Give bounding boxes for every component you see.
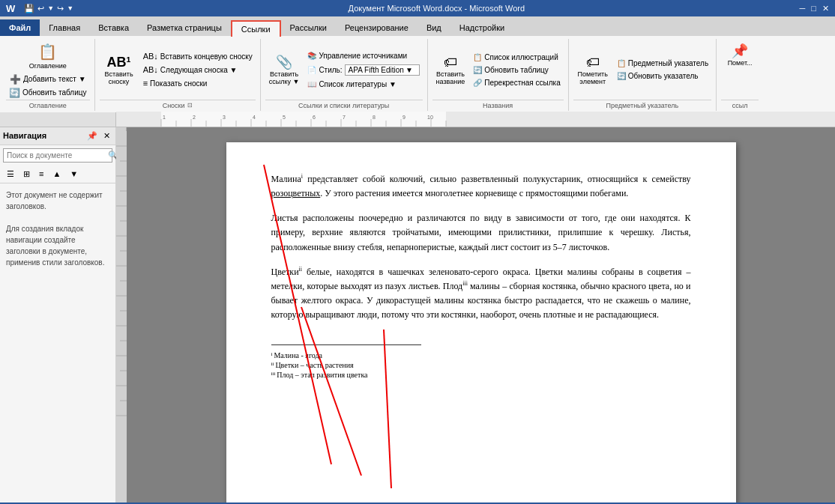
svg-text:8: 8 (373, 115, 376, 120)
close-button[interactable]: ✕ (822, 4, 829, 13)
svg-text:10: 10 (427, 115, 433, 120)
app-icon: W (6, 3, 15, 14)
next-footnote-icon: AB↓ (143, 65, 158, 74)
ribbon-content: 📋 Оглавление ➕ Добавить текст ▼ 🔄 Обнови… (0, 36, 835, 112)
figures-icon: 📋 (473, 53, 482, 61)
nav-tab-up[interactable]: ▲ (49, 167, 64, 181)
title-bar: W 💾 ↩ ▼ ↪ ▼ Документ Microsoft Word.docx… (0, 0, 835, 16)
vertical-ruler (116, 127, 127, 503)
document-page[interactable]: Малинаi представляет собой колючий, силь… (226, 142, 736, 503)
navigation-pane: Навигация 📌 ✕ 🔍 ☰ ⊞ ≡ ▲ ▼ Этот документ … (0, 127, 116, 503)
group-index: 🏷 Пометитьэлемент 📋 Предметный указатель… (569, 39, 717, 111)
btn-mark-entry[interactable]: 🏷 Пометитьэлемент (573, 40, 612, 100)
svg-text:1: 1 (163, 115, 166, 120)
search-input[interactable] (4, 150, 105, 161)
svg-text:9: 9 (403, 115, 406, 120)
citation-style-dropdown[interactable]: APA Fifth Edition ▼ (345, 64, 420, 76)
tab-references[interactable]: Ссылки (231, 20, 281, 37)
paragraph-3: Цветкиii белые, находятся в чашечках зел… (271, 265, 691, 323)
nav-tab-results[interactable]: ≡ (35, 167, 47, 181)
quick-more[interactable]: ▼ (67, 4, 73, 12)
btn-cross-reference[interactable]: 🔗 Перекрестная ссылка (470, 77, 563, 88)
group-captions: 🏷 Вставитьназвание 📋 Список иллюстраций … (428, 39, 569, 111)
svg-text:2: 2 (193, 115, 196, 120)
btn-show-footnotes[interactable]: ≡ Показать сноски (140, 77, 256, 89)
tab-review[interactable]: Рецензирование (336, 19, 417, 36)
btn-insert-index[interactable]: 📋 Предметный указатель (614, 58, 711, 69)
nav-pane-pin[interactable]: 📌 (85, 130, 100, 142)
tab-addins[interactable]: Надстройки (450, 19, 513, 36)
quick-save[interactable]: 💾 (24, 4, 34, 13)
update-captions-icon: 🔄 (473, 66, 482, 74)
add-text-icon: ➕ (10, 74, 21, 85)
btn-mark-citation[interactable]: 📌 Помет... (721, 40, 759, 69)
footnote-3: iii Плод – этап развития цветка (271, 371, 691, 379)
ribbon-tabs: Файл Главная Вставка Разметка страницы С… (0, 16, 835, 36)
btn-insert-endnote[interactable]: AB↓ Вставить концевую сноску (140, 50, 256, 62)
btn-manage-sources[interactable]: 📚 Управление источниками (304, 50, 422, 61)
title-controls: ─ □ ✕ (800, 4, 829, 13)
quick-undo[interactable]: ↩ (37, 4, 44, 13)
tab-mailings[interactable]: Рассылки (281, 19, 336, 36)
group-footnotes-label: Сноски (163, 102, 185, 109)
group-citations-last-label: сcыл (732, 102, 748, 109)
nav-pane-close[interactable]: ✕ (101, 130, 112, 142)
quick-redo[interactable]: ↪ (57, 4, 64, 13)
nav-pane-controls: 📌 ✕ (85, 130, 112, 142)
title-bar-left: W 💾 ↩ ▼ ↪ ▼ (6, 3, 73, 14)
cross-ref-icon: 🔗 (473, 79, 482, 87)
btn-insert-caption[interactable]: 🏷 Вставитьназвание (432, 40, 469, 100)
nav-pane-title: Навигация (3, 131, 46, 140)
search-box[interactable]: 🔍 (3, 148, 112, 163)
btn-update-table-captions[interactable]: 🔄 Обновить таблицу (470, 64, 563, 76)
tab-view[interactable]: Вид (417, 19, 450, 36)
nav-tabs-row: ☰ ⊞ ≡ ▲ ▼ (0, 166, 115, 183)
minimize-button[interactable]: ─ (800, 4, 806, 13)
group-citations-last: 📌 Помет... сcыл (717, 39, 763, 111)
group-citations-label: Ссылки и списки литературы (298, 102, 389, 109)
caption-icon: 🏷 (444, 55, 457, 70)
horizontal-ruler: 1 2 3 4 5 6 7 8 9 10 (116, 112, 835, 127)
mark-entry-icon: 🏷 (586, 55, 600, 70)
btn-add-text[interactable]: ➕ Добавить текст ▼ (7, 73, 89, 86)
footnotes-dialog-icon[interactable]: ⊡ (187, 102, 193, 109)
btn-style-selector[interactable]: 📄 Стиль: APA Fifth Edition ▼ (304, 63, 422, 77)
btn-bibliography[interactable]: 📖 Список литературы ▼ (304, 79, 422, 90)
ruler-row: 1 2 3 4 5 6 7 8 9 10 (0, 112, 835, 127)
update-index-icon: 🔄 (617, 72, 626, 80)
style-dropdown-arrow: ▼ (406, 66, 413, 74)
group-captions-label: Названия (483, 102, 513, 109)
tab-file[interactable]: Файл (0, 19, 40, 36)
quick-undo-arrow[interactable]: ▼ (47, 4, 54, 12)
tab-page-layout[interactable]: Разметка страницы (138, 19, 231, 36)
editor-area: kakvworde.ru Малинаi представляет собой … (116, 127, 835, 503)
btn-toc[interactable]: 📋 Оглавление (25, 40, 70, 73)
footnote-separator (271, 344, 421, 345)
index-icon: 📋 (617, 59, 626, 67)
citation-icon: 📎 (276, 54, 292, 70)
btn-table-of-figures[interactable]: 📋 Список иллюстраций (470, 52, 563, 63)
svg-text:5: 5 (283, 115, 286, 120)
tab-insert[interactable]: Вставка (89, 19, 138, 36)
group-toc: 📋 Оглавление ➕ Добавить текст ▼ 🔄 Обнови… (1, 39, 95, 111)
paragraph-1: Малинаi представляет собой колючий, силь… (271, 172, 691, 201)
document-area[interactable]: kakvworde.ru Малинаi представляет собой … (127, 127, 835, 503)
nav-content: Этот документ не содержит заголовков. Дл… (0, 183, 115, 503)
nav-tab-down[interactable]: ▼ (66, 167, 82, 181)
nav-tab-pages[interactable]: ⊞ (19, 167, 34, 181)
btn-next-footnote[interactable]: AB↓ Следующая сноска ▼ (140, 64, 256, 76)
svg-line-53 (301, 307, 361, 476)
nav-empty-text-line1: Этот документ не содержит заголовков. (6, 189, 109, 212)
group-index-label: Предметный указатель (606, 102, 679, 109)
nav-tab-headings[interactable]: ☰ (3, 167, 18, 181)
btn-update-table-toc[interactable]: 🔄 Обновить таблицу (6, 86, 90, 100)
btn-insert-citation[interactable]: 📎 Вставитьссылку ▼ (265, 40, 304, 100)
nav-empty-text-line2: Для создания вкладок навигации создайте … (6, 223, 109, 268)
mark-citation-icon: 📌 (732, 43, 748, 59)
maximize-button[interactable]: □ (811, 4, 816, 13)
btn-insert-footnote[interactable]: AB¹ Вставитьсноску (100, 40, 139, 100)
group-citations: 📎 Вставитьссылку ▼ 📚 Управление источник… (261, 39, 428, 111)
tab-home[interactable]: Главная (40, 19, 89, 36)
btn-update-index[interactable]: 🔄 Обновить указатель (614, 70, 711, 82)
show-footnotes-icon: ≡ (143, 79, 148, 88)
